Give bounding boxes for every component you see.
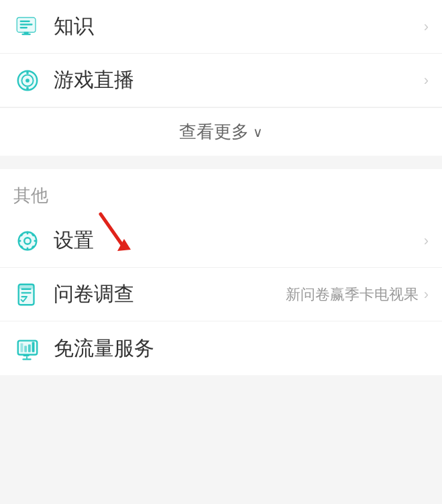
survey-badge: 新问卷赢季卡电视果 [286,285,419,305]
see-more-label: 查看更多 [179,120,249,144]
svg-rect-18 [18,240,21,242]
game-live-chevron: › [424,72,429,89]
menu-item-settings[interactable]: 设置 › [0,214,442,268]
svg-rect-30 [21,343,23,352]
svg-point-10 [26,71,29,74]
svg-rect-32 [28,344,31,352]
free-traffic-icon-wrapper [13,334,42,362]
free-traffic-icon [15,336,40,361]
menu-item-free-traffic[interactable]: 免流量服务 [0,321,442,375]
svg-rect-33 [32,342,35,352]
knowledge-chevron: › [424,18,429,36]
see-more-chevron-down-icon: ∨ [253,124,263,140]
svg-rect-28 [19,284,34,289]
other-section-header: 其他 [0,169,442,214]
see-more-button[interactable]: 查看更多 ∨ [0,107,442,156]
svg-rect-31 [24,346,27,352]
menu-item-knowledge[interactable]: 知识 › [0,0,442,54]
settings-icon [15,228,40,254]
settings-chevron: › [424,232,429,250]
svg-rect-6 [21,33,30,34]
survey-icon-wrapper [13,281,42,309]
svg-rect-26 [21,292,32,293]
game-live-label: 游戏直播 [54,66,424,94]
svg-rect-27 [21,295,28,297]
svg-rect-3 [20,23,33,25]
top-menu-section: 知识 › 游戏直播 › 查看更多 ∨ [0,0,442,156]
menu-item-survey[interactable]: 问卷调查 新问卷赢季卡电视果 › [0,268,442,321]
svg-rect-4 [20,27,27,28]
svg-rect-34 [23,355,30,356]
settings-icon-wrapper [13,227,42,255]
svg-rect-16 [27,231,29,234]
svg-rect-19 [34,240,38,242]
game-icon-wrapper [13,66,42,95]
knowledge-label: 知识 [54,13,424,40]
menu-item-game-live[interactable]: 游戏直播 › [0,54,442,107]
other-section-title: 其他 [13,185,48,205]
game-live-icon [15,68,40,93]
survey-chevron: › [424,286,429,303]
settings-label: 设置 [54,227,424,254]
section-divider [0,156,442,169]
svg-rect-36 [22,358,31,360]
svg-rect-35 [26,356,27,359]
svg-rect-5 [23,32,29,33]
knowledge-icon-wrapper [13,13,42,41]
survey-icon [15,282,40,307]
svg-point-11 [26,87,29,89]
knowledge-icon [15,14,40,40]
svg-rect-2 [20,20,30,21]
free-traffic-label: 免流量服务 [54,335,429,362]
svg-point-9 [25,79,30,83]
survey-label: 问卷调查 [54,281,286,308]
other-menu-section: 其他 设置 [0,169,442,375]
svg-rect-17 [27,247,29,250]
